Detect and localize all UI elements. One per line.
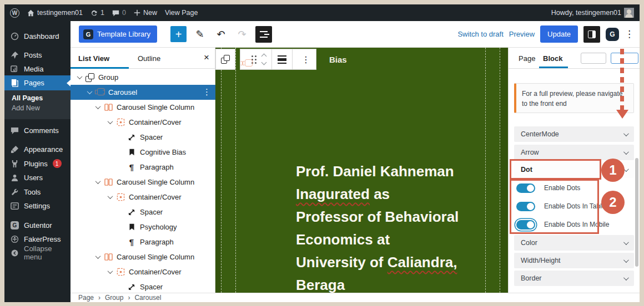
- panel-arrow[interactable]: Arrow: [514, 145, 634, 160]
- chevron-down-icon[interactable]: [108, 119, 113, 124]
- chevron-down-icon[interactable]: [95, 178, 101, 184]
- tab-outline[interactable]: Outline: [138, 48, 160, 69]
- redo-button[interactable]: ↷: [234, 27, 250, 42]
- close-list-view-button[interactable]: ×: [204, 52, 209, 63]
- scrollbar-thumb[interactable]: [635, 158, 638, 267]
- sidebar-item-tools[interactable]: Tools: [4, 185, 71, 199]
- slide-paragraph-text[interactable]: Prof. Daniel Kahneman Inagurated as Prof…: [296, 160, 459, 293]
- sidebar-item-posts[interactable]: Posts: [4, 48, 71, 62]
- chevron-down-icon[interactable]: [87, 89, 93, 94]
- tree-row-cognitive-bias[interactable]: Cognitive Bias: [71, 145, 215, 160]
- sidebar-item-comments[interactable]: Comments: [4, 123, 71, 137]
- block-mover[interactable]: [262, 54, 266, 64]
- tree-row-psychology[interactable]: Psychology: [71, 220, 215, 234]
- tree-row-carousel[interactable]: Carousel ⋮: [71, 85, 215, 100]
- template-library-button[interactable]: G Template Library: [79, 26, 157, 43]
- editor-canvas[interactable]: ⋮ Bias Prof. Daniel Kahneman Inagurated …: [215, 48, 508, 293]
- sidebar-item-media[interactable]: Media: [4, 62, 71, 76]
- tab-list-view[interactable]: List View: [78, 48, 109, 69]
- panel-border[interactable]: Border: [514, 271, 634, 286]
- comments-icon: [11, 126, 19, 135]
- sidebar-item-settings[interactable]: Settings: [4, 198, 71, 213]
- block-options-kebab-icon[interactable]: ⋮: [203, 87, 211, 97]
- settings-sidebar-toggle-button[interactable]: [583, 26, 600, 43]
- alignment-icon[interactable]: [278, 55, 286, 64]
- chevron-down-icon: [623, 257, 629, 263]
- chevron-down-icon[interactable]: [108, 268, 113, 274]
- sidebar-item-label: Dashboard: [24, 32, 59, 40]
- updates-icon: [90, 9, 98, 17]
- panel-color[interactable]: Color: [514, 235, 634, 251]
- partial-input-field[interactable]: [581, 53, 606, 64]
- sidebar-item-users[interactable]: Users: [4, 170, 71, 185]
- breadcrumb-page[interactable]: Page: [78, 294, 94, 302]
- tree-row-container-cover[interactable]: Container/Cover: [71, 264, 215, 279]
- select-parent-block-button[interactable]: [215, 49, 235, 70]
- close-icon: ×: [204, 52, 209, 63]
- misspelled-word: Beraga: [296, 277, 345, 293]
- move-down-icon[interactable]: [261, 60, 267, 65]
- columns-block-icon: [103, 177, 113, 187]
- slide-heading-fragment[interactable]: Bias: [329, 55, 347, 64]
- sidebar-item-label: Gutentor: [24, 221, 52, 230]
- tree-row-group[interactable]: Group: [71, 70, 215, 85]
- list-view-toggle-button[interactable]: [255, 26, 272, 43]
- breadcrumb-group[interactable]: Group: [105, 294, 123, 302]
- chevron-down-icon[interactable]: [108, 193, 113, 199]
- group-block-icon: [85, 73, 95, 83]
- chevron-down-icon[interactable]: [77, 74, 83, 79]
- plugins-update-badge: 1: [53, 159, 62, 168]
- tree-row-carousel-single-column[interactable]: Carousel Single Column: [71, 249, 215, 264]
- wordpress-logo-icon[interactable]: W: [10, 8, 19, 18]
- sidebar-item-dashboard[interactable]: Dashboard: [4, 29, 71, 43]
- admin-bar-new[interactable]: New: [134, 9, 157, 17]
- tree-row-carousel-single-column[interactable]: Carousel Single Column: [71, 175, 215, 190]
- chevron-down-icon[interactable]: [95, 253, 101, 259]
- tree-row-spacer[interactable]: Spacer: [71, 130, 215, 145]
- spacer-block-icon: [127, 207, 137, 217]
- chevron-down-icon[interactable]: [95, 104, 101, 109]
- admin-bar-site-link[interactable]: testingemen01: [27, 9, 83, 17]
- paragraph-block-icon: ¶: [127, 162, 137, 172]
- undo-button[interactable]: ↶: [213, 27, 229, 42]
- sidebar-item-pages[interactable]: Pages: [4, 75, 71, 90]
- annotation-badge-2: 2: [601, 191, 625, 214]
- panel-centermode[interactable]: CenterMode: [514, 126, 634, 142]
- update-button[interactable]: Update: [540, 26, 578, 43]
- sidebar-item-collapse-menu[interactable]: Collapse menu: [4, 246, 71, 260]
- block-options-kebab-icon[interactable]: ⋮: [298, 54, 314, 65]
- sidebar-item-appearance[interactable]: Appearance: [4, 142, 71, 156]
- admin-bar-comments[interactable]: 0: [112, 9, 126, 17]
- block-inserter-button[interactable]: +: [170, 26, 187, 42]
- panel-width-height[interactable]: Width/Height: [514, 253, 634, 268]
- tree-row-paragraph[interactable]: ¶ Paragraph: [71, 234, 215, 249]
- admin-bar-account[interactable]: Howdy, testingemen01: [551, 8, 634, 18]
- partial-input-field-focused[interactable]: [611, 53, 638, 64]
- sidebar-item-label: Collapse menu: [24, 244, 71, 261]
- admin-bar-view-page[interactable]: View Page: [165, 9, 198, 17]
- sidebar-item-label: Posts: [24, 51, 42, 59]
- user-icon: [11, 174, 19, 182]
- tree-row-spacer[interactable]: Spacer: [71, 205, 215, 220]
- tab-block[interactable]: Block: [543, 48, 562, 69]
- tree-row-carousel-single-column[interactable]: Carousel Single Column: [71, 100, 215, 115]
- gutentor-settings-button[interactable]: G: [606, 28, 619, 41]
- edit-tool-button[interactable]: ✎: [192, 27, 208, 42]
- tree-row-container-cover[interactable]: Container/Cover: [71, 190, 215, 205]
- switch-to-draft-button[interactable]: Switch to draft: [457, 30, 503, 38]
- tree-row-paragraph[interactable]: ¶ Paragraph: [71, 160, 215, 175]
- tree-row-container-cover[interactable]: Container/Cover: [71, 115, 215, 130]
- sidebar-item-gutentor[interactable]: G Gutentor: [4, 218, 71, 232]
- move-up-icon[interactable]: [261, 54, 267, 59]
- preview-button[interactable]: Preview: [509, 30, 535, 38]
- options-menu-button[interactable]: ⋮: [625, 28, 634, 40]
- submenu-item-all-pages[interactable]: All Pages: [4, 90, 71, 102]
- chevron-down-icon: [623, 239, 629, 245]
- tab-page[interactable]: Page: [519, 48, 535, 69]
- breadcrumb-carousel[interactable]: Carousel: [134, 294, 161, 302]
- submenu-item-add-new[interactable]: Add New: [4, 102, 71, 114]
- annotation-arrow-head: [616, 110, 628, 119]
- admin-bar-updates[interactable]: 1: [90, 9, 104, 17]
- tree-row-spacer[interactable]: Spacer: [71, 279, 215, 294]
- sidebar-item-plugins[interactable]: Plugins 1: [4, 156, 71, 171]
